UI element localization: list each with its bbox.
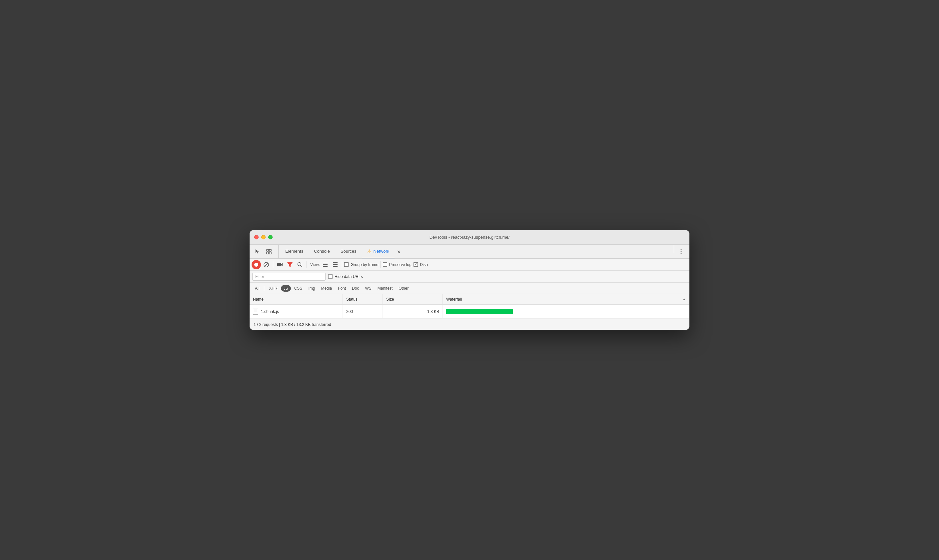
separator-2	[307, 261, 307, 268]
tab-sources[interactable]: Sources	[335, 245, 362, 258]
status-bar: 1 / 2 requests | 1.3 KB / 13.2 KB transf…	[250, 318, 689, 330]
tab-console[interactable]: Console	[308, 245, 335, 258]
disable-cache-checkbox[interactable]: ✓ Disa	[413, 262, 428, 267]
minimize-button[interactable]	[261, 235, 265, 239]
svg-rect-9	[277, 263, 281, 266]
th-name[interactable]: Name	[250, 294, 343, 304]
tab-elements[interactable]: Elements	[280, 245, 308, 258]
tab-separator	[403, 245, 672, 258]
svg-rect-0	[267, 249, 268, 251]
title-bar: DevTools - react-lazy-suspense.glitch.me…	[250, 230, 689, 245]
waterfall-bar	[446, 309, 513, 314]
type-tab-other[interactable]: Other	[396, 285, 411, 292]
filter-input[interactable]	[252, 273, 325, 281]
close-button[interactable]	[254, 235, 259, 239]
tab-icon-group	[252, 245, 279, 258]
svg-rect-1	[269, 249, 271, 251]
svg-rect-19	[333, 266, 338, 267]
th-status[interactable]: Status	[343, 294, 383, 304]
warning-icon: ⚠	[367, 248, 372, 254]
type-tab-js[interactable]: JS	[281, 285, 291, 292]
svg-line-8	[265, 263, 268, 266]
svg-point-6	[681, 253, 682, 254]
svg-point-12	[298, 262, 301, 266]
type-tab-media[interactable]: Media	[318, 285, 335, 292]
separator-3	[342, 261, 342, 268]
svg-rect-14	[323, 263, 328, 263]
table-header: Name Status Size Waterfall ▲	[250, 294, 689, 305]
svg-line-13	[301, 265, 302, 267]
svg-rect-2	[267, 252, 268, 254]
svg-rect-3	[269, 252, 271, 254]
separator-4	[381, 261, 381, 268]
camera-icon[interactable]	[275, 260, 285, 269]
cursor-icon[interactable]	[252, 246, 263, 257]
svg-point-4	[681, 249, 682, 250]
preserve-log-check	[383, 262, 387, 267]
devtools-window: DevTools - react-lazy-suspense.glitch.me…	[250, 230, 689, 330]
tab-network[interactable]: ⚠ Network	[362, 245, 395, 258]
clear-button[interactable]	[262, 260, 271, 269]
td-size: 1.3 KB	[383, 305, 443, 318]
hide-data-urls-check	[328, 274, 333, 278]
type-tab-manifest[interactable]: Manifest	[375, 285, 395, 292]
maximize-button[interactable]	[268, 235, 273, 239]
group-by-frame-checkbox[interactable]: Group by frame	[344, 262, 378, 267]
type-tab-doc[interactable]: Doc	[349, 285, 362, 292]
network-table: 1.chunk.js 200 1.3 KB	[250, 305, 689, 318]
checkmark-icon: ✓	[414, 263, 417, 266]
table-row[interactable]: 1.chunk.js 200 1.3 KB	[250, 305, 689, 318]
view-label: View:	[310, 262, 320, 267]
svg-rect-17	[333, 262, 338, 263]
large-list-view-icon[interactable]	[330, 260, 340, 269]
group-by-frame-check	[344, 262, 348, 267]
svg-rect-16	[323, 266, 328, 267]
kebab-menu[interactable]	[675, 245, 687, 258]
svg-rect-18	[333, 264, 338, 265]
devtools-tabs: Elements Console Sources ⚠ Network »	[250, 245, 689, 259]
svg-point-5	[681, 251, 682, 252]
svg-marker-11	[287, 262, 293, 267]
type-tab-ws[interactable]: WS	[362, 285, 374, 292]
th-waterfall[interactable]: Waterfall ▲	[443, 294, 689, 304]
svg-marker-10	[281, 263, 282, 266]
window-title: DevTools - react-lazy-suspense.glitch.me…	[430, 235, 510, 240]
td-status: 200	[343, 305, 383, 318]
type-tab-xhr[interactable]: XHR	[266, 285, 280, 292]
record-dot	[254, 263, 258, 267]
disable-cache-check: ✓	[413, 262, 418, 267]
preserve-log-checkbox[interactable]: Preserve log	[383, 262, 412, 267]
vertical-separator	[674, 245, 674, 253]
type-filter-bar: All XHR JS CSS Img Media Font Doc WS Man…	[250, 283, 689, 294]
file-icon	[253, 309, 258, 315]
traffic-lights	[254, 235, 273, 239]
svg-rect-15	[323, 265, 328, 265]
td-name: 1.chunk.js	[250, 305, 343, 318]
search-icon[interactable]	[295, 260, 305, 269]
tab-more[interactable]: »	[395, 245, 403, 258]
inspect-icon[interactable]	[264, 246, 274, 257]
type-tab-all[interactable]: All	[252, 285, 262, 292]
type-tab-img[interactable]: Img	[305, 285, 318, 292]
type-tab-css[interactable]: CSS	[291, 285, 305, 292]
td-waterfall	[443, 305, 689, 318]
filter-bar: Hide data URLs	[250, 271, 689, 283]
network-toolbar: View: Group by frame	[250, 259, 689, 271]
type-tab-font[interactable]: Font	[335, 285, 348, 292]
list-view-icon[interactable]	[321, 260, 330, 269]
filter-icon[interactable]	[285, 260, 294, 269]
hide-data-urls-checkbox[interactable]: Hide data URLs	[328, 274, 363, 279]
separator-1	[273, 261, 273, 268]
sort-arrow-icon: ▲	[682, 297, 686, 301]
type-sep-1	[264, 286, 264, 291]
th-size[interactable]: Size	[383, 294, 443, 304]
record-button[interactable]	[251, 260, 261, 269]
